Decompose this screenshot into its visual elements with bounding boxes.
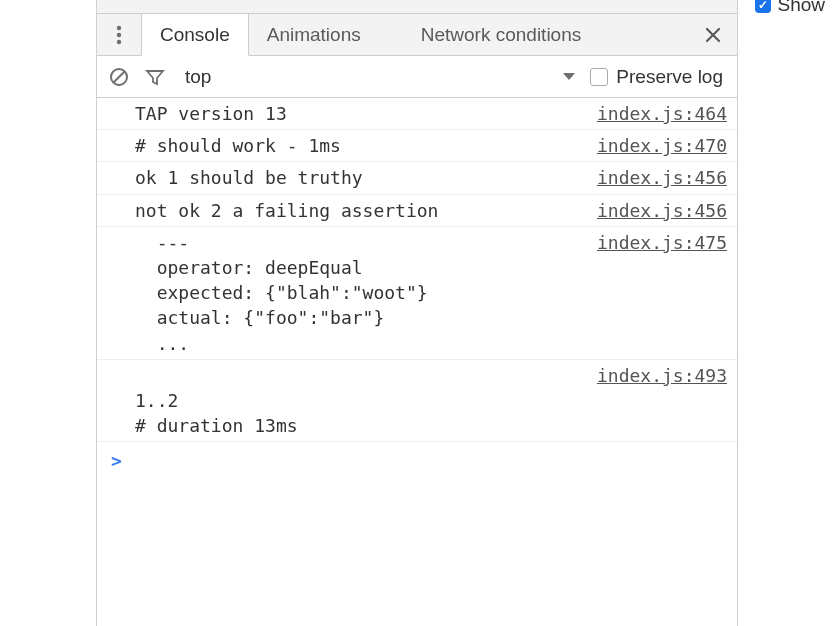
- preserve-log-checkbox[interactable]: [590, 68, 608, 86]
- tab-console[interactable]: Console: [141, 14, 249, 56]
- svg-point-0: [117, 25, 121, 29]
- drawer-tab-strip: Console Animations Network conditions: [97, 14, 737, 56]
- log-message: ok 1 should be truthy: [135, 165, 585, 190]
- tab-label: Animations: [267, 24, 361, 46]
- log-message: not ok 2 a failing assertion: [135, 198, 585, 223]
- log-row: --- operator: deepEqual expected: {"blah…: [97, 227, 737, 360]
- show-option[interactable]: ✓ Show: [755, 0, 825, 16]
- kebab-icon[interactable]: [97, 14, 141, 55]
- log-message: 1..2 # duration 13ms: [135, 363, 585, 439]
- close-icon[interactable]: [699, 21, 727, 49]
- log-source-link[interactable]: index.js:456: [585, 198, 727, 223]
- tab-label: Console: [160, 24, 230, 46]
- preserve-log-option[interactable]: Preserve log: [590, 66, 723, 88]
- tab-animations[interactable]: Animations: [249, 14, 379, 55]
- prompt-caret-icon: >: [111, 448, 122, 473]
- log-source-link[interactable]: index.js:464: [585, 101, 727, 126]
- console-log-body: TAP version 13 index.js:464 # should wor…: [97, 98, 737, 479]
- console-prompt[interactable]: >: [97, 442, 737, 479]
- log-source-link[interactable]: index.js:470: [585, 133, 727, 158]
- execution-context-select[interactable]: top: [185, 66, 211, 88]
- log-row: ok 1 should be truthy index.js:456: [97, 162, 737, 194]
- clear-icon[interactable]: [107, 65, 131, 89]
- log-message: # should work - 1ms: [135, 133, 585, 158]
- svg-line-4: [114, 71, 125, 82]
- log-row: # should work - 1ms index.js:470: [97, 130, 737, 162]
- preserve-log-label: Preserve log: [616, 66, 723, 88]
- log-row: 1..2 # duration 13ms index.js:493: [97, 360, 737, 443]
- log-message: --- operator: deepEqual expected: {"blah…: [135, 230, 585, 356]
- log-source-link[interactable]: index.js:475: [585, 230, 727, 255]
- show-label: Show: [777, 0, 825, 16]
- log-source-link[interactable]: index.js:493: [585, 363, 727, 388]
- top-bar-sliver: ✓ Show: [97, 0, 737, 14]
- devtools-panel: ✓ Show Console Animations Network condit…: [96, 0, 738, 626]
- context-label: top: [185, 66, 211, 88]
- svg-point-1: [117, 32, 121, 36]
- filter-icon[interactable]: [143, 65, 167, 89]
- checkmark-icon: ✓: [755, 0, 771, 13]
- tab-label: Network conditions: [421, 24, 582, 46]
- log-source-link[interactable]: index.js:456: [585, 165, 727, 190]
- caret-down-icon[interactable]: [562, 72, 576, 82]
- log-row: not ok 2 a failing assertion index.js:45…: [97, 195, 737, 227]
- tab-network-conditions[interactable]: Network conditions: [403, 14, 600, 55]
- svg-point-2: [117, 39, 121, 43]
- log-row: TAP version 13 index.js:464: [97, 98, 737, 130]
- log-message: TAP version 13: [135, 101, 585, 126]
- console-toolbar: top Preserve log: [97, 56, 737, 98]
